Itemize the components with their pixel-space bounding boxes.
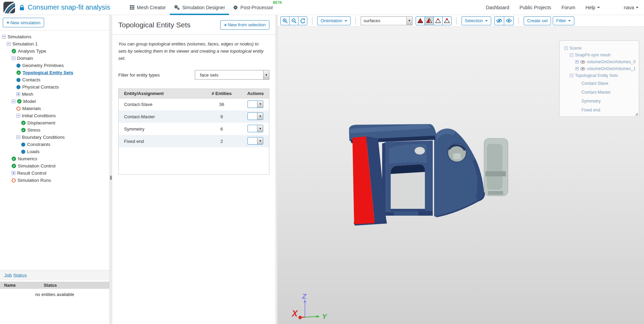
hide-selection-button[interactable] xyxy=(494,16,504,25)
entity-set-row-contact-master[interactable]: Contact-Master9▼ xyxy=(119,110,269,123)
scene-item-topological-entity-sets[interactable]: −Topological Entity Sets xyxy=(560,72,639,79)
tree-item-simulations[interactable]: −Simulations xyxy=(0,33,109,40)
tree-item-result-control[interactable]: +Result Control xyxy=(0,170,109,177)
model-canvas[interactable] xyxy=(349,124,513,227)
expand-icon[interactable]: + xyxy=(12,171,15,175)
tree-item-domain[interactable]: −Domain xyxy=(0,55,109,62)
expand-icon[interactable]: + xyxy=(575,67,579,70)
entity-set-row-fixed-end[interactable]: Fixed end2▼ xyxy=(119,135,269,147)
zoom-in-button[interactable] xyxy=(280,16,290,25)
tree-item-analysis-type[interactable]: ✓Analysis Type xyxy=(0,48,109,55)
tree-item-materials[interactable]: Materials xyxy=(0,105,109,112)
scene-item-label: Fixed end xyxy=(581,108,600,112)
entity-set-row-contact-slave[interactable]: Contact-Slave36▼ xyxy=(119,98,269,110)
axis-x-label: X xyxy=(291,309,298,318)
collapse-icon[interactable]: − xyxy=(16,135,20,139)
scene-item-symmetry[interactable]: Symmetry xyxy=(560,97,639,106)
collapse-icon[interactable]: − xyxy=(7,42,11,46)
tree-item-label: Result Control xyxy=(17,171,46,176)
tree-item-initial-conditions[interactable]: −Initial Conditions xyxy=(0,112,109,119)
eye-icon[interactable] xyxy=(580,60,585,64)
tree-item-model[interactable]: −✓Model xyxy=(0,98,109,105)
scene-item-snapfit-sym-mesh[interactable]: −SnapFit-sym mesh xyxy=(560,52,639,58)
scene-item-fixed-end[interactable]: Fixed end xyxy=(560,106,639,114)
eye-icon[interactable] xyxy=(580,67,585,70)
scene-item-scene[interactable]: −Scene xyxy=(560,45,639,52)
tree-item-constraints[interactable]: Constraints xyxy=(0,141,109,148)
actions-select[interactable]: ▼ xyxy=(247,112,263,120)
actions-select[interactable]: ▼ xyxy=(247,100,263,108)
zoom-out-button[interactable] xyxy=(289,16,298,25)
mesh-points-button[interactable] xyxy=(442,16,452,25)
job-status-title: Job Status xyxy=(0,270,109,280)
tree-item-boundary-conditions[interactable]: −Boundary Conditions xyxy=(0,134,109,141)
collapse-icon[interactable]: − xyxy=(12,99,15,103)
display-mode-value: surfaces xyxy=(361,18,406,23)
lock-icon xyxy=(19,4,25,11)
show-selection-button[interactable] xyxy=(504,16,514,25)
axis-z-label: Z xyxy=(302,292,307,300)
collapse-icon[interactable]: − xyxy=(564,46,568,50)
tree-item-topological-entity-sets[interactable]: ✓Topological Entity Sets xyxy=(0,69,109,76)
filter-button[interactable]: Filter xyxy=(553,16,574,25)
viewport-3d[interactable]: Z Y X −Scene−SnapFit-sym mesh+volumeOnGe… xyxy=(278,27,644,324)
actions-select[interactable]: ▼ xyxy=(247,137,263,145)
actions-select[interactable]: ▼ xyxy=(247,125,263,132)
dropdown-arrow-icon: ▼ xyxy=(257,101,263,108)
nav-public-projects[interactable]: Public Projects xyxy=(520,5,551,10)
tree-item-simulation-1[interactable]: −Simulation 1 xyxy=(0,40,109,48)
collapse-icon[interactable]: − xyxy=(570,53,573,57)
refresh-icon xyxy=(300,18,306,24)
display-mode-select[interactable]: surfaces ▼ xyxy=(361,16,413,25)
tree-item-loads[interactable]: Loads xyxy=(0,148,109,155)
scene-item-label: Contact-Master xyxy=(581,90,611,95)
expand-icon[interactable]: + xyxy=(16,92,20,96)
new-from-selection-button[interactable]: +New from selection xyxy=(220,20,269,30)
mode-tabs: Mesh Creator Simulation Designer xyxy=(126,0,281,15)
create-set-button[interactable]: Create set xyxy=(524,16,551,25)
dot-icon xyxy=(16,85,21,89)
entity-type-select[interactable]: face sets ▼ xyxy=(195,70,269,80)
orientation-button[interactable]: Orientation xyxy=(317,16,351,25)
tree-item-displacement[interactable]: ✓Displacement xyxy=(0,119,109,126)
tree-item-simulation-runs[interactable]: Simulation Runs xyxy=(0,177,109,184)
ring-icon xyxy=(16,107,21,111)
dot-icon xyxy=(16,78,21,82)
resize-handle-icon[interactable] xyxy=(635,112,638,116)
help-menu[interactable]: Help xyxy=(586,5,600,10)
nav-forum[interactable]: Forum xyxy=(561,5,575,10)
entity-set-row-symmetry[interactable]: Symmetry6▼ xyxy=(119,123,269,135)
entity-count: 2 xyxy=(201,135,242,147)
scene-item-contact-master[interactable]: Contact-Master xyxy=(560,88,639,97)
tree-item-mesh[interactable]: +Mesh xyxy=(0,91,109,98)
tree-item-geometry-primitives[interactable]: Geometry Primitives xyxy=(0,62,109,69)
scene-item-volumeongeovolumes-1[interactable]: +volumeOnGeoVolumes_1 xyxy=(560,65,639,72)
sidebar-splitter[interactable] xyxy=(109,15,112,324)
nav-dashboard[interactable]: Dashboard xyxy=(486,5,509,10)
check-icon: ✓ xyxy=(17,99,22,104)
tree-item-numerics[interactable]: ✓Numerics xyxy=(0,155,109,162)
collapse-icon[interactable]: − xyxy=(570,74,573,77)
tab-simulation-designer[interactable]: Simulation Designer xyxy=(170,0,229,15)
selection-button[interactable]: Selection xyxy=(461,16,491,25)
tab-mesh-creator[interactable]: Mesh Creator xyxy=(126,0,170,15)
expand-icon[interactable]: + xyxy=(575,60,579,64)
filter-row: Filter for entity types face sets ▼ xyxy=(118,70,269,80)
tree-item-stress[interactable]: ✓Stress xyxy=(0,126,109,134)
collapse-icon[interactable]: − xyxy=(2,35,6,39)
user-menu[interactable]: nava xyxy=(624,5,639,10)
new-simulation-button[interactable]: +New simulation xyxy=(3,18,44,27)
collapse-icon[interactable]: − xyxy=(16,114,20,118)
mesh-surface-edges-button[interactable] xyxy=(425,16,434,25)
tree-item-physical-contacts[interactable]: Physical Contacts xyxy=(0,83,109,91)
fit-view-button[interactable] xyxy=(298,16,307,25)
scene-item-contact-slave[interactable]: Contact-Slave xyxy=(560,79,639,88)
collapse-icon[interactable]: − xyxy=(12,56,15,60)
create-set-label: Create set xyxy=(527,18,548,23)
mesh-wireframe-button[interactable] xyxy=(433,16,443,25)
scene-item-volumeongeovolumes-0[interactable]: +volumeOnGeoVolumes_0 xyxy=(560,58,639,65)
tree-item-contacts[interactable]: Contacts xyxy=(0,76,109,83)
tab-post-processor[interactable]: Post-Processor BETA xyxy=(229,0,281,15)
mesh-solid-button[interactable] xyxy=(416,16,425,25)
tree-item-simulation-control[interactable]: ✓Simulation Control xyxy=(0,162,109,170)
